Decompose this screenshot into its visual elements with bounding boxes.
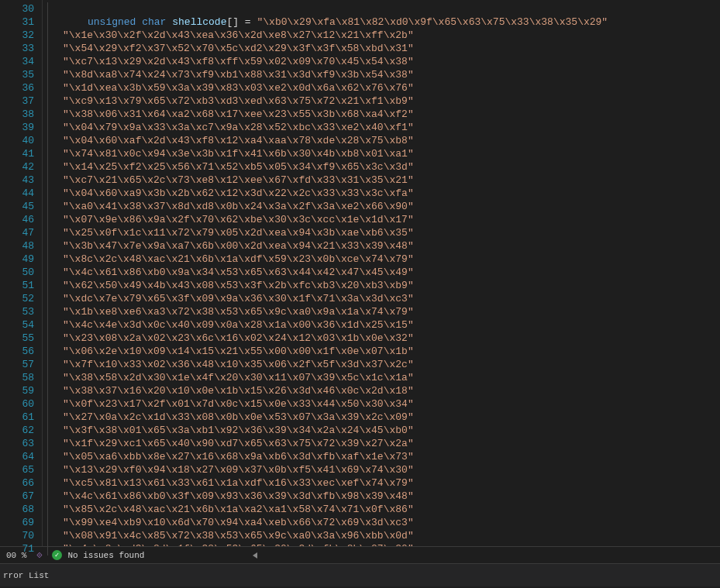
line-number: 60 [0, 397, 34, 411]
fold-guide [43, 160, 60, 174]
line-number: 67 [0, 490, 34, 503]
code-line[interactable]: "\x74\x81\x0c\x94\x3e\x3b\x1f\x41\x6b\x3… [60, 147, 720, 160]
fold-guide [43, 463, 60, 476]
fold-guide [43, 358, 60, 371]
error-list-title: rror List [3, 571, 49, 580]
code-line[interactable]: "\xc5\x81\x13\x61\x33\x61\x1a\xdf\x16\x3… [60, 476, 720, 490]
code-line[interactable]: "\x23\x08\x2a\x02\x23\x6c\x16\x02\x24\x1… [60, 332, 720, 345]
code-line[interactable]: "\xdc\x7e\x79\x65\x3f\x09\x9a\x36\x30\x1… [60, 292, 720, 305]
status-bar: 00 % ⟐ ✓ No issues found [0, 546, 720, 563]
line-number: 47 [0, 226, 34, 239]
line-number: 46 [0, 213, 34, 226]
error-list-panel[interactable]: rror List [0, 563, 720, 586]
scroll-left-icon[interactable] [253, 552, 257, 559]
fold-guide [43, 476, 60, 490]
code-line[interactable]: "\x05\xa6\xbb\x8e\x27\x16\x68\x9a\xb6\x3… [60, 450, 720, 463]
fold-guide [43, 108, 60, 121]
code-editor[interactable]: 3031323334353637383940414243444546474849… [0, 0, 720, 546]
fold-guide [43, 213, 60, 226]
line-number: 62 [0, 424, 34, 437]
fold-guide [43, 68, 60, 81]
line-number: 43 [0, 174, 34, 187]
fold-guide [43, 174, 60, 187]
line-number: 66 [0, 476, 34, 490]
code-line[interactable]: "\x8d\xa8\x74\x24\x73\xf9\xb1\x88\x31\x3… [60, 68, 720, 81]
code-line[interactable]: "\x85\x2c\x48\xac\x21\x6b\x1a\xa2\xa1\x5… [60, 503, 720, 516]
fold-guide [43, 121, 60, 134]
fold-guide [43, 397, 60, 411]
code-line[interactable]: "\x07\x9e\x86\x9a\x2f\x70\x62\xbe\x30\x3… [60, 213, 720, 226]
code-line[interactable]: "\x04\x60\xaf\x2d\x43\xf8\x12\xa4\xaa\x7… [60, 134, 720, 147]
code-line[interactable]: "\x1b\xe8\xe6\xa3\x72\x38\x53\x65\x9c\xa… [60, 305, 720, 318]
code-line[interactable]: "\x3f\x38\x01\x65\x3a\xb1\x92\x36\x39\x3… [60, 424, 720, 437]
line-number: 58 [0, 371, 34, 384]
line-number: 56 [0, 345, 34, 358]
code-line[interactable]: "\xc7\x21\x65\x2c\x73\xe8\x12\xee\x67\xf… [60, 174, 720, 187]
line-number: 65 [0, 463, 34, 476]
code-line[interactable]: "\xc7\x13\x29\x2d\x43\xf8\xff\x59\x02\x0… [60, 55, 720, 68]
line-number: 53 [0, 305, 34, 318]
fold-guide [43, 42, 60, 55]
code-line[interactable]: "\x99\xe4\xb9\x10\x6d\x70\x94\xa4\xeb\x6… [60, 516, 720, 529]
code-line[interactable]: "\x62\x50\x49\x4b\x43\x08\x53\x3f\x2b\xf… [60, 279, 720, 292]
code-line[interactable]: "\x1d\xea\x3b\x59\x3a\x39\x83\x03\xe2\x0… [60, 81, 720, 95]
line-number: 49 [0, 253, 34, 266]
code-line[interactable]: "\x4c\x4e\x3d\x0c\x40\x09\x0a\x28\x1a\x0… [60, 318, 720, 332]
code-line[interactable]: "\x7f\x10\x33\x02\x36\x48\x10\x35\x06\x2… [60, 358, 720, 371]
code-line[interactable]: "\x4c\x61\x86\xb0\x3f\x09\x93\x36\x39\x3… [60, 490, 720, 503]
fold-guide [43, 15, 60, 29]
code-line[interactable]: "\x08\x91\x4c\x85\x72\x38\x53\x65\x9c\xa… [60, 529, 720, 542]
fold-guide [43, 239, 60, 253]
code-line[interactable]: "\x25\x0f\x1c\x11\x72\x79\x05\x2d\xea\x9… [60, 226, 720, 239]
code-line[interactable]: "\x38\x37\x16\x20\x10\x0e\x1b\x15\x26\x3… [60, 384, 720, 397]
code-line[interactable]: "\x4e\x8a\xd3\x8d\x1f\x38\x53\x65\x30\x3… [60, 542, 720, 546]
code-line[interactable]: "\x0f\x23\x17\x2f\x01\x7d\x0c\x15\x0e\x3… [60, 397, 720, 411]
line-number: 38 [0, 108, 34, 121]
line-number: 44 [0, 187, 34, 200]
line-number: 68 [0, 503, 34, 516]
code-line[interactable]: "\x1f\x29\xc1\x65\x40\x90\xd7\x65\x63\x7… [60, 437, 720, 450]
fold-guide [43, 516, 60, 529]
code-line[interactable]: "\xc9\x13\x79\x65\x72\xb3\xd3\xed\x63\x7… [60, 95, 720, 108]
line-number: 35 [0, 68, 34, 81]
zoom-level[interactable]: 00 % [2, 551, 31, 560]
fold-column [43, 0, 60, 546]
line-number: 51 [0, 279, 34, 292]
code-line[interactable]: "\xa0\x41\x38\x37\x8d\xd8\x0b\x24\x3a\x2… [60, 200, 720, 213]
line-number: 52 [0, 292, 34, 305]
code-line[interactable]: "\x13\x29\xf0\x94\x18\x27\x09\x37\x0b\xf… [60, 463, 720, 476]
line-number: 57 [0, 358, 34, 371]
line-number: 42 [0, 160, 34, 174]
fold-guide [43, 266, 60, 279]
code-line[interactable] [60, 2, 720, 15]
code-line[interactable]: "\x38\x06\x31\x64\xa2\x68\x17\xee\x23\x5… [60, 108, 720, 121]
line-number-gutter: 3031323334353637383940414243444546474849… [0, 0, 43, 546]
line-number: 50 [0, 266, 34, 279]
fold-guide [43, 529, 60, 542]
issues-status-text: No issues found [67, 551, 144, 560]
code-line[interactable]: "\x06\x2e\x10\x09\x14\x15\x21\x55\x00\x0… [60, 345, 720, 358]
fold-guide [43, 55, 60, 68]
code-line[interactable]: "\x38\x58\x2d\x30\x1e\x4f\x20\x30\x11\x0… [60, 371, 720, 384]
code-line[interactable]: "\x04\x60\xa9\x3b\x2b\x62\x12\x3d\x22\x2… [60, 187, 720, 200]
code-line[interactable]: unsigned char shellcode[] = "\xb0\x29\xf… [60, 15, 720, 29]
code-line[interactable]: "\x14\x25\xf2\x25\x56\x71\x52\xb5\x05\x3… [60, 160, 720, 174]
line-number: 36 [0, 81, 34, 95]
code-line[interactable]: "\x27\x0a\x2c\x1d\x33\x08\x0b\x0e\x53\x0… [60, 411, 720, 424]
fold-guide [43, 279, 60, 292]
fold-guide [43, 450, 60, 463]
fold-guide [43, 200, 60, 213]
code-line[interactable]: "\x54\x29\xf2\x37\x52\x70\x5c\xd2\x29\x3… [60, 42, 720, 55]
fold-guide [43, 187, 60, 200]
code-line[interactable]: "\x04\x79\x9a\x33\x3a\xc7\x9a\x28\x52\xb… [60, 121, 720, 134]
line-number: 55 [0, 332, 34, 345]
code-line[interactable]: "\x4c\x61\x86\xb0\x9a\x34\x53\x65\x63\x4… [60, 266, 720, 279]
fold-guide [43, 95, 60, 108]
line-number: 64 [0, 450, 34, 463]
line-number: 54 [0, 318, 34, 332]
code-area[interactable]: unsigned char shellcode[] = "\xb0\x29\xf… [60, 0, 720, 546]
code-line[interactable]: "\x3b\x47\x7e\x9a\xa7\x6b\x00\x2d\xea\x9… [60, 239, 720, 253]
code-line[interactable]: "\x1e\x30\x2f\x2d\x43\xea\x36\x2d\xe8\x2… [60, 29, 720, 42]
code-line[interactable]: "\x8c\x2c\x48\xac\x21\x6b\x1a\xdf\x59\x2… [60, 253, 720, 266]
fold-guide [43, 253, 60, 266]
